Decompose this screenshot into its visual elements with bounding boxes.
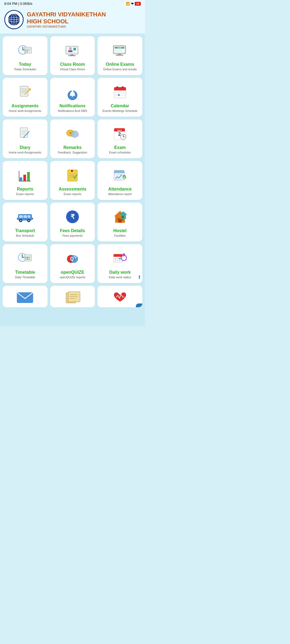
hostel-subtitle: Facilities xyxy=(114,234,126,237)
svg-rect-129 xyxy=(29,257,30,258)
svg-text:₹: ₹ xyxy=(70,213,75,220)
transport-icon xyxy=(16,208,34,226)
calendar-subtitle: Events Meetings Schedule xyxy=(103,109,137,113)
assignments-icon xyxy=(16,83,34,101)
notifications-subtitle: Notifications And SMS xyxy=(58,109,87,113)
svg-rect-14 xyxy=(28,50,30,51)
calendar-title: Calendar xyxy=(111,103,129,108)
bottom-spacer xyxy=(0,310,145,326)
card-dailywork[interactable]: Daily work Daily work status f xyxy=(97,244,142,283)
card-timetable[interactable]: Timetable Daily Timetable xyxy=(3,244,48,283)
svg-rect-130 xyxy=(25,259,27,260)
svg-rect-56 xyxy=(115,94,117,96)
notifications-title: Notifications xyxy=(60,103,86,108)
card-files-partial[interactable] xyxy=(50,286,95,307)
svg-rect-152 xyxy=(68,292,80,302)
svg-point-70 xyxy=(69,132,70,133)
svg-rect-141 xyxy=(115,258,116,259)
svg-rect-94 xyxy=(114,172,124,173)
card-hostel[interactable]: Hostel Facilities xyxy=(97,203,142,241)
svg-rect-139 xyxy=(114,255,122,257)
classroom-title: Class Room xyxy=(60,62,85,67)
svg-rect-15 xyxy=(25,51,26,52)
svg-rect-33 xyxy=(118,54,121,55)
svg-rect-57 xyxy=(118,94,120,96)
card-openquize[interactable]: Q Q openQUIZE openQUIZE reports xyxy=(50,244,95,283)
classroom-subtitle: Virtual Class Room xyxy=(60,67,85,71)
dailywork-title: Daily work xyxy=(109,270,131,275)
svg-point-148 xyxy=(122,253,125,256)
assessments-subtitle: Exam reports xyxy=(64,192,81,196)
openquize-icon: Q Q xyxy=(63,249,82,268)
today-subtitle: Today Schedules xyxy=(14,67,36,71)
svg-rect-58 xyxy=(121,94,122,96)
exam-subtitle: Exam schedules xyxy=(109,151,131,154)
svg-rect-103 xyxy=(23,215,27,218)
openquize-title: openQUIZE xyxy=(61,270,84,275)
notifications-icon xyxy=(63,83,82,101)
svg-rect-21 xyxy=(68,50,73,52)
school-name-line1: GAYATHRI VIDYANIKETHAN xyxy=(27,11,106,18)
svg-rect-144 xyxy=(115,260,116,261)
card-today[interactable]: Today Today Schedules xyxy=(3,36,48,75)
onlineexams-icon: EXAM xyxy=(111,41,129,60)
card-mail-partial[interactable] xyxy=(3,286,48,307)
exam-title: Exam xyxy=(114,145,126,150)
svg-point-45 xyxy=(72,90,73,92)
svg-point-20 xyxy=(69,48,71,50)
card-diary[interactable]: Diary Home work Assignments xyxy=(3,119,48,158)
svg-point-106 xyxy=(20,220,21,221)
card-exam[interactable]: April 2 Exam Exam schedules xyxy=(97,119,142,158)
svg-rect-44 xyxy=(72,96,73,97)
svg-rect-35 xyxy=(20,86,28,96)
svg-rect-121 xyxy=(122,216,124,218)
svg-text:Q: Q xyxy=(70,256,74,261)
card-assignments[interactable]: Assignments Home work Assignments xyxy=(3,78,48,117)
svg-rect-24 xyxy=(70,54,74,55)
card-classroom[interactable]: Class Room Virtual Class Room xyxy=(50,36,95,75)
timetable-icon xyxy=(16,249,34,268)
svg-rect-81 xyxy=(20,177,22,181)
svg-text:EXAM: EXAM xyxy=(117,47,121,49)
card-feesdetails[interactable]: ₹ Fees Details Fees payments xyxy=(50,203,95,241)
card-assessments[interactable]: Assessments Exam reports xyxy=(50,161,95,200)
assessments-icon xyxy=(63,166,82,184)
svg-point-49 xyxy=(117,86,118,88)
card-onlineexams[interactable]: EXAM Online Exams Online Exams and resul… xyxy=(97,36,142,75)
svg-rect-54 xyxy=(121,92,122,93)
feesdetails-subtitle: Fees payments xyxy=(62,234,82,237)
today-icon xyxy=(16,41,34,60)
svg-rect-104 xyxy=(28,215,30,218)
assignments-title: Assignments xyxy=(12,103,38,108)
svg-rect-118 xyxy=(118,219,122,223)
svg-point-50 xyxy=(122,86,124,88)
svg-rect-23 xyxy=(73,48,76,50)
hostel-title: Hostel xyxy=(113,228,126,233)
card-health-partial[interactable] xyxy=(97,286,142,307)
svg-rect-102 xyxy=(19,215,23,218)
card-calendar[interactable]: Calendar Events Meetings Schedule xyxy=(97,78,142,117)
card-attendance[interactable]: Attendance Attendance report xyxy=(97,161,142,200)
svg-rect-13 xyxy=(27,50,28,51)
svg-rect-145 xyxy=(117,260,118,261)
back-button[interactable] xyxy=(136,303,142,307)
svg-rect-82 xyxy=(23,175,26,181)
svg-rect-25 xyxy=(68,55,76,56)
school-name-block: GAYATHRI VIDYANIKETHAN HIGH SCHOOL GAYAT… xyxy=(27,11,106,28)
card-transport[interactable]: Transport Bus Schedule xyxy=(3,203,48,241)
svg-point-108 xyxy=(28,220,30,221)
app-header: GAYATHRI VIDYANIKETHAN HIGH SCHOOL GAYAT… xyxy=(0,7,145,34)
reports-icon xyxy=(16,166,34,184)
svg-rect-128 xyxy=(27,257,28,258)
facebook-icon: f xyxy=(139,275,140,280)
card-notifications[interactable]: Notifications Notifications And SMS xyxy=(50,78,95,117)
onlineexams-title: Online Exams xyxy=(106,62,134,67)
card-remarks[interactable]: Remarks Feedback, Suggestion xyxy=(50,119,95,158)
reports-title: Reports xyxy=(17,186,33,192)
svg-text:April: April xyxy=(117,129,122,131)
transport-subtitle: Bus Schedule xyxy=(16,234,34,237)
svg-rect-34 xyxy=(116,55,123,56)
feesdetails-title: Fees Details xyxy=(60,228,85,233)
card-reports[interactable]: Reports Exam reports xyxy=(3,161,48,200)
school-sub: GAYATHRI VIDYANIKETHAN xyxy=(27,25,106,28)
